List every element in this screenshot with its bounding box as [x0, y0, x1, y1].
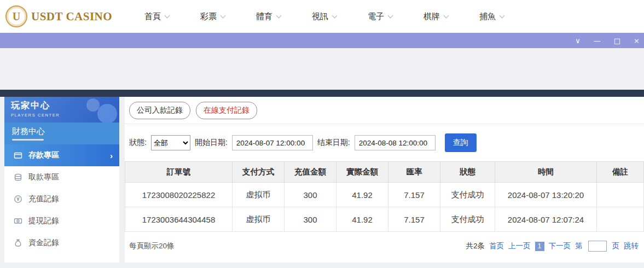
pagination: 共2条 首页 上一页 1 下一页 第 页 跳转: [466, 241, 639, 252]
start-date-input[interactable]: [232, 135, 313, 150]
chevron-down-icon: [221, 13, 226, 18]
chevron-down-icon: [388, 13, 393, 18]
cell-deposit-amount: 300: [285, 183, 336, 207]
chevron-down-icon: [500, 13, 505, 18]
cell-time: 2024-08-07 13:20:20: [495, 183, 597, 207]
sidebar-item-withdraw[interactable]: 取款專區: [4, 166, 119, 188]
cell-remark: [597, 207, 644, 232]
cell-payment-method: 虚拟币: [233, 183, 285, 207]
col-order-number: 訂單號: [125, 162, 233, 183]
current-page-badge: 1: [535, 242, 544, 251]
sidebar-menu: 存款專區 › 取款專區 充值記錄 提現記錄 資金記錄: [4, 144, 119, 254]
prev-page-link[interactable]: 上一页: [508, 241, 531, 251]
payment-records-table: 訂單號 支付方式 充值金額 實際金額 匯率 狀態 時間 備註 172300802…: [125, 161, 644, 232]
sidebar-item-funds-record[interactable]: 資金記錄: [4, 232, 119, 254]
sidebar-item-label: 存款專區: [28, 150, 59, 160]
status-label: 狀態:: [129, 138, 147, 148]
table-row: 1723008020225822 虚拟币 300 41.92 7.157 支付成…: [125, 183, 644, 207]
total-count: 共2条: [466, 241, 485, 251]
col-remark: 備註: [597, 162, 644, 183]
col-payment-method: 支付方式: [233, 162, 285, 183]
chevron-down-icon: [332, 13, 338, 18]
usdt-casino-logo[interactable]: U USDT CASINO: [5, 5, 130, 27]
status-select[interactable]: 全部: [151, 135, 190, 150]
recharge-record-icon: [14, 195, 22, 203]
nav-label: 彩票: [200, 11, 217, 22]
cell-order-number: 1723008020225822: [125, 183, 233, 207]
cell-exchange-rate: 7.157: [388, 207, 440, 232]
records-panel: 公司入款記錄 在線支付記錄 狀態: 全部 開始日期: 结束日期: 查詢 訂單號 …: [125, 97, 644, 263]
content-area: 玩家中心 PLAYERS CENTER 財務中心 存款專區 › 取款專區 充值記…: [0, 97, 644, 268]
col-status: 狀態: [440, 162, 495, 183]
nav-item-fishing[interactable]: 捕魚: [479, 11, 504, 22]
tab-online-payment-record[interactable]: 在線支付記錄: [196, 102, 257, 119]
col-actual-amount: 實際金額: [336, 162, 388, 183]
chevron-right-icon: ›: [110, 151, 113, 160]
logo-icon: U: [5, 5, 27, 27]
withdraw-coins-icon: [14, 173, 22, 182]
table-footer: 每頁顯示20條 共2条 首页 上一页 1 下一页 第 页 跳转: [125, 232, 644, 252]
sidebar-item-deposit[interactable]: 存款專區 ›: [4, 144, 119, 166]
chevron-down-icon: [165, 13, 170, 18]
chevron-down-icon: [276, 13, 282, 18]
chevron-down-icon: [444, 13, 449, 18]
player-center-sidebar: 玩家中心 PLAYERS CENTER 財務中心 存款專區 › 取款專區 充值記…: [4, 97, 119, 263]
next-page-link[interactable]: 下一页: [549, 241, 571, 251]
decorative-bubble: [97, 104, 117, 123]
chevron-down-icon[interactable]: ∨: [575, 37, 581, 44]
jump-button[interactable]: 跳转: [624, 241, 639, 251]
cell-exchange-rate: 7.157: [388, 183, 440, 207]
nav-item-lottery[interactable]: 彩票: [200, 11, 225, 22]
nav-item-sports[interactable]: 體育: [256, 11, 281, 22]
nav-item-live[interactable]: 視訊: [312, 11, 336, 22]
nav-item-home[interactable]: 首頁: [144, 11, 169, 22]
sidebar-section-label: 財務中心: [12, 126, 119, 137]
sidebar-header: 玩家中心 PLAYERS CENTER: [4, 97, 119, 123]
sidebar-item-label: 充值記錄: [28, 194, 59, 204]
start-date-label: 開始日期:: [195, 138, 228, 148]
jump-label-post: 页: [612, 241, 620, 251]
record-tabs: 公司入款記錄 在線支付記錄: [125, 97, 644, 124]
main-nav: 首頁 彩票 體育 視訊 電子 棋牌 捕魚: [144, 11, 504, 22]
end-date-input[interactable]: [355, 135, 436, 150]
jump-page-input[interactable]: [588, 241, 607, 252]
end-date-label: 结束日期:: [317, 138, 350, 148]
tab-company-deposit-record[interactable]: 公司入款記錄: [129, 102, 190, 119]
top-navigation-bar: U USDT CASINO 首頁 彩票 體育 視訊 電子 棋牌 捕魚: [0, 0, 644, 33]
cell-status: 支付成功: [440, 183, 495, 207]
cell-time: 2024-08-07 12:07:24: [495, 207, 597, 232]
sidebar-item-withdrawal-record[interactable]: 提現記錄: [4, 210, 119, 232]
sidebar-section-finance: 財務中心: [4, 123, 119, 144]
close-button[interactable]: ×: [634, 37, 640, 44]
col-exchange-rate: 匯率: [388, 162, 440, 183]
search-button[interactable]: 查詢: [445, 133, 477, 152]
cell-payment-method: 虚拟币: [233, 207, 285, 232]
nav-label: 體育: [256, 11, 272, 22]
jump-label-pre: 第: [575, 241, 583, 251]
sidebar-item-recharge-record[interactable]: 充值記錄: [4, 188, 119, 210]
brand-name: USDT CASINO: [31, 10, 112, 24]
cell-remark: [597, 183, 644, 207]
maximize-button[interactable]: □: [614, 37, 620, 44]
divider-strip: [0, 90, 644, 97]
table-row: 1723003644304458 虚拟币 300 41.92 7.157 支付成…: [125, 207, 644, 232]
nav-item-slots[interactable]: 電子: [368, 11, 392, 22]
nav-label: 捕魚: [479, 11, 496, 22]
first-page-link[interactable]: 首页: [489, 241, 504, 251]
minimize-button[interactable]: —: [594, 37, 601, 44]
cell-order-number: 1723003644304458: [125, 207, 233, 232]
window-titlebar: ∨ — □ ×: [0, 33, 644, 48]
nav-item-cards[interactable]: 棋牌: [423, 11, 448, 22]
sidebar-item-label: 提現記錄: [28, 216, 59, 226]
filter-bar: 狀態: 全部 開始日期: 结束日期: 查詢: [125, 124, 644, 161]
cell-actual-amount: 41.92: [336, 183, 388, 207]
page-size-text: 每頁顯示20條: [129, 241, 175, 251]
banner-area: [0, 48, 644, 90]
deposit-card-icon: [14, 151, 22, 160]
cell-actual-amount: 41.92: [336, 207, 388, 232]
nav-label: 棋牌: [423, 11, 440, 22]
withdrawal-record-icon: [14, 217, 22, 225]
nav-label: 視訊: [312, 11, 328, 22]
logo-letter: U: [13, 10, 20, 23]
col-time: 時間: [495, 162, 597, 183]
